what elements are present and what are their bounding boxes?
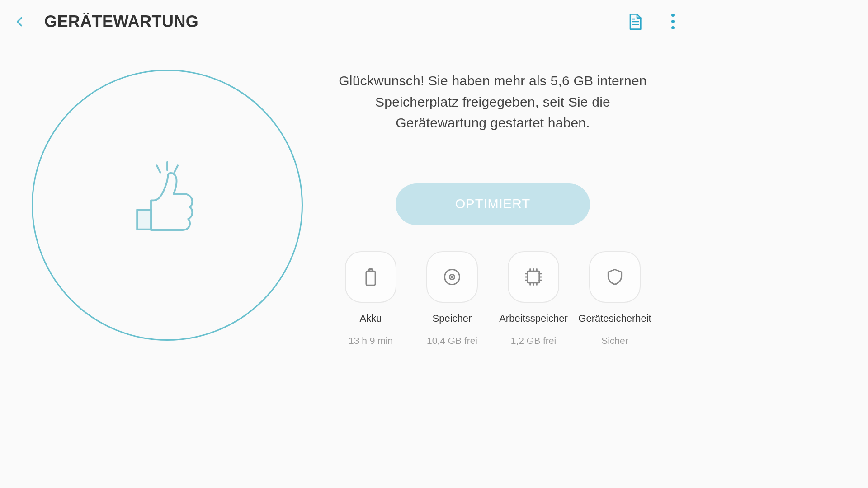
tile-battery[interactable]: Akku 13 h 9 min: [335, 251, 407, 346]
shield-icon: [605, 267, 625, 287]
tile-value: 13 h 9 min: [349, 335, 393, 346]
memory-icon: [524, 267, 543, 287]
tile-value: 1,2 GB frei: [511, 335, 556, 346]
document-icon: [626, 13, 644, 31]
storage-icon: [442, 267, 462, 287]
tile-storage[interactable]: Speicher 10,4 GB frei: [416, 251, 488, 346]
svg-rect-6: [137, 210, 151, 230]
report-button[interactable]: [626, 13, 644, 31]
tile-value: 10,4 GB frei: [427, 335, 477, 346]
app-bar-actions: [626, 13, 683, 31]
tile-value: Sicher: [601, 335, 628, 346]
tile-memory[interactable]: Arbeitsspeicher 1,2 GB frei: [497, 251, 570, 346]
svg-rect-8: [369, 269, 372, 271]
tile-icon-wrap: [345, 251, 396, 303]
kebab-dot-icon: [671, 26, 675, 29]
optimize-button[interactable]: OPTIMIERT: [396, 183, 590, 225]
status-detail-pane: Glückwunsch! Sie haben mehr als 5,6 GB i…: [335, 43, 694, 362]
tile-icon-wrap: [426, 251, 478, 303]
svg-line-4: [157, 165, 160, 172]
category-tiles: Akku 13 h 9 min Speicher 10,4 GB frei: [335, 251, 651, 346]
battery-icon: [361, 267, 381, 287]
page-title: GERÄTEWARTUNG: [44, 12, 198, 31]
svg-rect-12: [528, 271, 539, 283]
content-area: Glückwunsch! Sie haben mehr als 5,6 GB i…: [0, 43, 694, 362]
status-message: Glückwunsch! Sie haben mehr als 5,6 GB i…: [335, 70, 651, 134]
app-bar: GERÄTEWARTUNG: [0, 0, 694, 43]
status-visual-pane: [0, 43, 335, 362]
tile-icon-wrap: [508, 251, 559, 303]
back-button[interactable]: [12, 14, 28, 30]
kebab-dot-icon: [671, 20, 675, 23]
tile-icon-wrap: [589, 251, 641, 303]
more-options-button[interactable]: [666, 13, 679, 31]
tile-label: Akku: [360, 313, 382, 324]
tile-label: Speicher: [433, 313, 472, 324]
chevron-left-icon: [14, 16, 26, 28]
svg-point-11: [451, 276, 453, 278]
tile-label: Gerätesicherheit: [578, 313, 651, 324]
kebab-dot-icon: [671, 14, 675, 17]
tile-security[interactable]: Gerätesicherheit Sicher: [579, 251, 651, 346]
tile-label: Arbeitsspeicher: [499, 313, 568, 324]
status-circle: [32, 70, 303, 341]
thumbs-up-icon: [127, 161, 208, 242]
svg-line-5: [174, 165, 178, 172]
svg-rect-7: [366, 271, 375, 285]
